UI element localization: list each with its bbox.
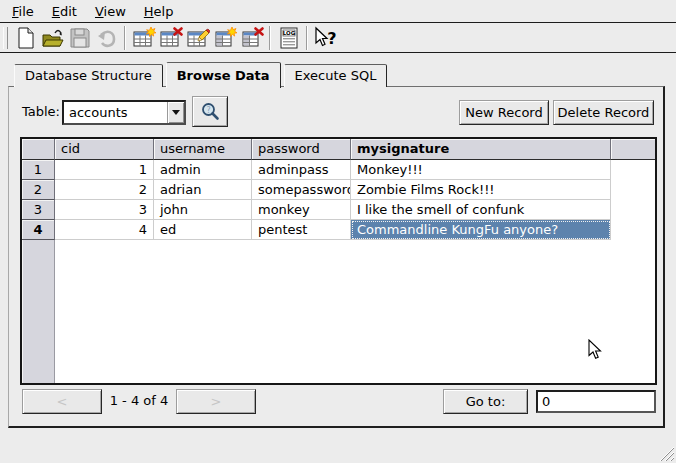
svg-text:?: ?: [327, 29, 336, 48]
cell-username[interactable]: admin: [154, 160, 252, 180]
row-header[interactable]: 1: [22, 160, 55, 180]
cell-mysignature[interactable]: Monkey!!!: [351, 160, 611, 180]
menu-view[interactable]: View: [86, 2, 135, 21]
row-header[interactable]: 2: [22, 180, 55, 200]
table-row: 1 1 admin adminpass Monkey!!!: [22, 160, 655, 180]
row-filler: [611, 200, 655, 220]
column-header-mysignature[interactable]: mysignature: [351, 139, 611, 160]
table-empty-body: [55, 240, 655, 383]
log-button[interactable]: LOG: [275, 24, 302, 51]
whats-this-button[interactable]: ?: [312, 24, 339, 51]
tab-bar: Database Structure Browse Data Execute S…: [14, 61, 390, 87]
goto-button[interactable]: Go to:: [443, 389, 528, 414]
create-table-button[interactable]: [130, 24, 157, 51]
menu-edit[interactable]: Edit: [43, 2, 86, 21]
search-icon: ?: [199, 101, 221, 123]
open-database-icon: [41, 26, 65, 50]
new-record-button[interactable]: New Record: [459, 100, 549, 125]
delete-index-button[interactable]: [238, 24, 265, 51]
menu-file[interactable]: File: [3, 2, 43, 21]
tab-database-structure[interactable]: Database Structure: [14, 64, 163, 87]
cell-mysignature-selected[interactable]: Commandline KungFu anyone?: [351, 220, 611, 240]
table-label: Table:: [22, 104, 60, 119]
create-index-button[interactable]: [211, 24, 238, 51]
records-table: cid username password mysignature 1 1 ad…: [20, 137, 657, 385]
cell-username[interactable]: ed: [154, 220, 252, 240]
cell-username[interactable]: adrian: [154, 180, 252, 200]
toolbar-drag-handle[interactable]: [3, 27, 8, 49]
new-database-icon: [14, 26, 38, 50]
table-empty-area: [22, 240, 655, 383]
resize-grip[interactable]: [657, 444, 675, 462]
save-database-icon: [68, 26, 92, 50]
delete-record-button[interactable]: Delete Record: [553, 100, 654, 125]
toolbar-separator: [124, 26, 126, 50]
cell-cid[interactable]: 1: [55, 160, 154, 180]
menu-help[interactable]: Help: [135, 2, 183, 21]
create-index-icon: [213, 26, 237, 50]
create-table-icon: [132, 26, 156, 50]
app-window: { "menu": { "items": [ { "key": "F", "re…: [0, 0, 676, 463]
cell-password[interactable]: pentest: [252, 220, 351, 240]
table-header-row: cid username password mysignature: [22, 139, 655, 160]
cell-mysignature[interactable]: Zombie Films Rock!!!: [351, 180, 611, 200]
delete-table-icon: [159, 26, 183, 50]
goto-record-input[interactable]: [536, 390, 656, 413]
table-select[interactable]: accounts: [62, 100, 186, 125]
row-filler: [611, 160, 655, 180]
tab-execute-sql[interactable]: Execute SQL: [284, 64, 388, 87]
tab-browse-data[interactable]: Browse Data: [166, 62, 281, 88]
log-icon: LOG: [277, 26, 301, 50]
search-button[interactable]: ?: [192, 96, 228, 127]
undo-button[interactable]: [93, 24, 120, 51]
table-row: 3 3 john monkey I like the smell of conf…: [22, 200, 655, 220]
toolbar-separator: [306, 26, 308, 50]
table-row: 2 2 adrian somepassword Zombie Films Roc…: [22, 180, 655, 200]
table-select-value: accounts: [64, 102, 167, 123]
modify-table-icon: [186, 26, 210, 50]
svg-text:LOG: LOG: [282, 30, 295, 36]
menu-bar: File Edit View Help: [0, 0, 676, 23]
column-header-password[interactable]: password: [252, 139, 351, 160]
row-header[interactable]: 3: [22, 200, 55, 220]
row-filler: [611, 220, 655, 240]
cell-password[interactable]: monkey: [252, 200, 351, 220]
toolbar-separator: [269, 26, 271, 50]
table-row-selected: 4 4 ed pentest Commandline KungFu anyone…: [22, 220, 655, 240]
toolbar: LOG ?: [0, 23, 676, 53]
delete-index-icon: [240, 26, 264, 50]
save-database-button[interactable]: [66, 24, 93, 51]
row-header-strip: [22, 240, 55, 383]
svg-text:?: ?: [206, 105, 210, 114]
column-header-cid[interactable]: cid: [55, 139, 154, 160]
column-header-username[interactable]: username: [154, 139, 252, 160]
cell-username[interactable]: john: [154, 200, 252, 220]
delete-table-button[interactable]: [157, 24, 184, 51]
browse-data-pane: Table: accounts ? New Record Delete Reco…: [8, 86, 665, 428]
chevron-down-icon: [172, 110, 180, 115]
cell-cid[interactable]: 3: [55, 200, 154, 220]
modify-table-button[interactable]: [184, 24, 211, 51]
row-filler: [611, 180, 655, 200]
open-database-button[interactable]: [39, 24, 66, 51]
new-database-button[interactable]: [12, 24, 39, 51]
mouse-cursor: [588, 339, 602, 361]
whats-this-icon: ?: [313, 26, 339, 50]
next-page-button[interactable]: >: [176, 389, 256, 414]
cell-password[interactable]: somepassword: [252, 180, 351, 200]
cell-mysignature[interactable]: I like the smell of confunk: [351, 200, 611, 220]
cell-password[interactable]: adminpass: [252, 160, 351, 180]
cell-cid[interactable]: 4: [55, 220, 154, 240]
undo-icon: [95, 26, 119, 50]
row-header[interactable]: 4: [22, 220, 55, 240]
cell-cid[interactable]: 2: [55, 180, 154, 200]
previous-page-button[interactable]: <: [22, 389, 102, 414]
table-select-arrow-button[interactable]: [167, 102, 184, 123]
record-range-label: 1 - 4 of 4: [106, 393, 172, 408]
table-corner-header[interactable]: [22, 139, 55, 160]
table-header-filler: [611, 139, 655, 160]
